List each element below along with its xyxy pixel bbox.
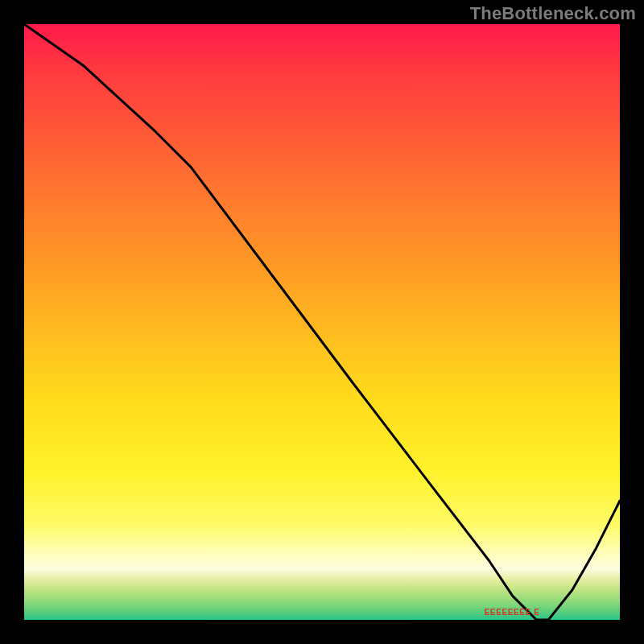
chart-frame: TheBottleneck.com EEEEEEEE E	[0, 0, 644, 644]
series-line	[24, 24, 620, 620]
plot-area: EEEEEEEE E	[24, 24, 620, 620]
line-path	[24, 24, 620, 620]
minimum-annotation: EEEEEEEE E	[485, 608, 540, 617]
watermark-text: TheBottleneck.com	[470, 3, 636, 24]
